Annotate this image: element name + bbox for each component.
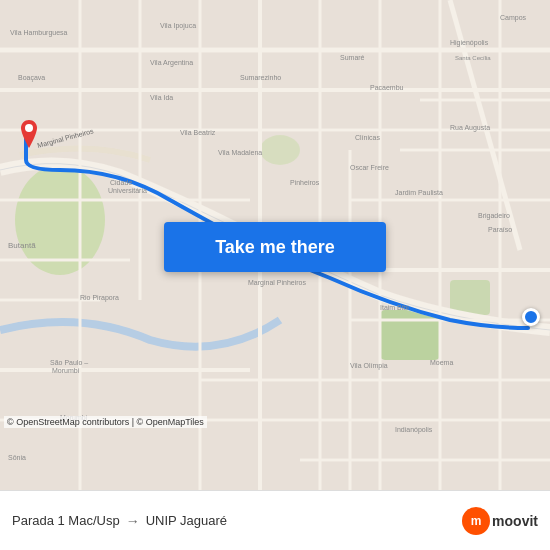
route-from: Parada 1 Mac/Usp <box>12 513 120 528</box>
route-info: Parada 1 Mac/Usp → UNIP Jaguaré <box>12 513 454 529</box>
svg-point-67 <box>25 124 33 132</box>
moovit-brand-text: moovit <box>492 513 538 529</box>
svg-text:Paraíso: Paraíso <box>488 226 512 233</box>
svg-text:Morumbi: Morumbi <box>52 367 80 374</box>
svg-rect-2 <box>380 310 440 360</box>
route-arrow-icon: → <box>126 513 140 529</box>
svg-text:Vila Olímpia: Vila Olímpia <box>350 362 388 370</box>
svg-text:Higienópolis: Higienópolis <box>450 39 489 47</box>
moovit-logo: m moovit <box>462 507 538 535</box>
svg-text:Vila Ida: Vila Ida <box>150 94 173 101</box>
svg-text:Santa Cecília: Santa Cecília <box>455 55 491 61</box>
svg-text:Pinheiros: Pinheiros <box>290 179 320 186</box>
svg-text:Clínicas: Clínicas <box>355 134 380 141</box>
svg-text:Marginal Pinheiros: Marginal Pinheiros <box>248 279 306 287</box>
destination-dot <box>522 308 540 326</box>
svg-text:Pacaembu: Pacaembu <box>370 84 404 91</box>
svg-text:Sumarezinho: Sumarezinho <box>240 74 281 81</box>
svg-text:Vila Hamburguesa: Vila Hamburguesa <box>10 29 68 37</box>
svg-text:Universitária: Universitária <box>108 187 147 194</box>
take-me-there-button[interactable]: Take me there <box>164 222 386 272</box>
bottom-bar: Parada 1 Mac/Usp → UNIP Jaguaré m moovit <box>0 490 550 550</box>
svg-point-4 <box>260 135 300 165</box>
svg-text:Sumaré: Sumaré <box>340 54 365 61</box>
map-attribution: © OpenStreetMap contributors | © OpenMap… <box>4 416 207 428</box>
route-to: UNIP Jaguaré <box>146 513 227 528</box>
svg-text:Indianópolis: Indianópolis <box>395 426 433 434</box>
svg-text:Cidade: Cidade <box>110 179 132 186</box>
svg-text:Vila Beatriz: Vila Beatriz <box>180 129 216 136</box>
svg-text:Vila Madalena: Vila Madalena <box>218 149 262 156</box>
svg-text:Boaçava: Boaçava <box>18 74 45 82</box>
svg-text:Jardim Paulista: Jardim Paulista <box>395 189 443 196</box>
svg-text:Vila Argentina: Vila Argentina <box>150 59 193 67</box>
svg-text:Itaim Bibi: Itaim Bibi <box>380 304 409 311</box>
svg-text:Oscar Freire: Oscar Freire <box>350 164 389 171</box>
svg-text:Butantã: Butantã <box>8 241 36 250</box>
moovit-icon: m <box>462 507 490 535</box>
map-container: Vila Hamburguesa Vila Ipojuca Vila Argen… <box>0 0 550 490</box>
svg-text:Moema: Moema <box>430 359 453 366</box>
svg-text:Campos: Campos <box>500 14 527 22</box>
svg-text:Vila Ipojuca: Vila Ipojuca <box>160 22 196 30</box>
svg-text:Rua Augusta: Rua Augusta <box>450 124 490 132</box>
svg-text:São Paulo –: São Paulo – <box>50 359 88 366</box>
origin-pin <box>18 120 40 148</box>
svg-text:Rio Pirapora: Rio Pirapora <box>80 294 119 302</box>
svg-text:Brigadeiro: Brigadeiro <box>478 212 510 220</box>
svg-text:Sônia: Sônia <box>8 454 26 461</box>
svg-rect-3 <box>450 280 490 315</box>
